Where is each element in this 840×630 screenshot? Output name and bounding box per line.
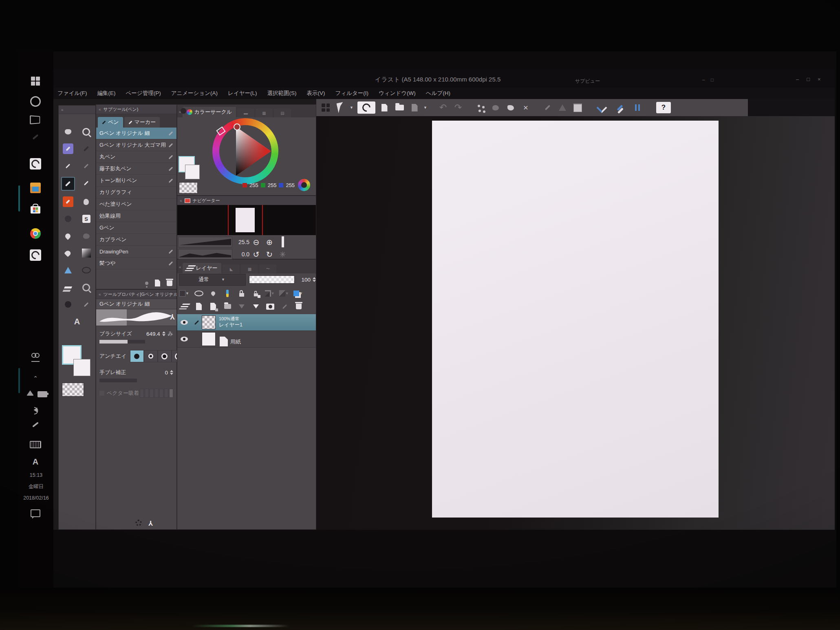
new-layer-folder-icon[interactable] (222, 301, 233, 312)
marker-tool-icon[interactable] (62, 196, 74, 208)
sub-color-swatch[interactable] (73, 359, 90, 376)
sv-selector[interactable] (234, 123, 240, 130)
subtool-item[interactable]: Gペン (96, 222, 176, 234)
redo-icon[interactable]: ↷ (452, 101, 464, 114)
sub-color-swatch[interactable] (185, 165, 200, 179)
pointer-dropdown-icon[interactable]: ▼ (350, 106, 355, 110)
draft-layer-icon[interactable] (208, 288, 218, 299)
subtool-item[interactable]: 丸ペン (96, 151, 176, 163)
reset-rotation-icon[interactable]: ✳ (276, 250, 289, 259)
menu-file[interactable]: ファイル(F) (57, 90, 87, 97)
action-center-icon[interactable] (31, 509, 40, 517)
workspace-grid-icon[interactable] (320, 101, 332, 114)
navigator-preview[interactable] (177, 205, 316, 235)
layer-color-icon[interactable]: ▼ (293, 288, 304, 299)
opacity-value[interactable]: 100 (298, 277, 311, 283)
selection-tool-icon[interactable] (62, 281, 74, 293)
tab-pen[interactable]: ペン (98, 117, 123, 128)
vector-pen-icon[interactable] (541, 101, 553, 114)
subtool-item[interactable]: Gペン オリジナル 大ゴマ用 (96, 139, 176, 151)
delete-layer-icon[interactable] (293, 301, 304, 312)
register-subtool-icon[interactable] (145, 282, 148, 285)
clear-icon[interactable] (505, 101, 517, 114)
wrench-icon[interactable]: Y (170, 312, 175, 321)
auto-select-tool-icon[interactable] (80, 281, 93, 293)
chrome-icon[interactable] (30, 228, 41, 239)
subtool-item[interactable]: 髪つや (96, 258, 176, 269)
tab-marker[interactable]: マーカー (124, 117, 160, 128)
new-subtool-icon[interactable] (155, 280, 160, 286)
network-icon[interactable] (26, 390, 34, 396)
menu-view[interactable]: 表示(V) (307, 90, 325, 97)
rotation-value[interactable]: 0.0 (232, 251, 249, 258)
lock-transparent-pixels-icon[interactable] (251, 288, 261, 299)
pen-app-icon[interactable] (32, 136, 39, 138)
opacity-slider[interactable] (249, 275, 295, 284)
text-tool-icon[interactable]: A (71, 315, 83, 328)
eraser-tool-icon[interactable] (62, 247, 74, 259)
subtool-item[interactable]: DrawingPen (96, 246, 176, 258)
object-pointer-icon[interactable] (335, 101, 347, 114)
opacity-spinner[interactable] (313, 277, 316, 282)
menu-window[interactable]: ウィンドウ(W) (379, 90, 416, 97)
layer-row[interactable]: 用紙 (177, 331, 316, 348)
eyedropper-tool-icon[interactable] (62, 160, 74, 172)
menu-animation[interactable]: アニメーション(A) (171, 90, 218, 97)
combine-mode-icon[interactable]: ▼ (179, 288, 190, 299)
volume-icon[interactable] (34, 408, 37, 412)
liquify-tool-icon[interactable] (80, 298, 93, 311)
subtool-item[interactable]: 効果線用 (96, 210, 176, 222)
lock-layer-icon[interactable] (222, 288, 233, 299)
transparent-color-swatch[interactable] (62, 383, 84, 397)
start-button-icon[interactable] (31, 77, 40, 86)
new-raster-layer-icon[interactable] (194, 301, 204, 312)
frame-border-tool-icon[interactable] (80, 264, 93, 276)
menu-layer[interactable]: レイヤー(L) (228, 90, 257, 97)
stabilization-spinner[interactable] (170, 370, 173, 375)
move-tool-icon[interactable] (80, 143, 93, 155)
tab-color-slider[interactable]: ▬ (237, 108, 254, 117)
layer-name[interactable]: 用紙 (230, 338, 241, 346)
menu-page-manage[interactable]: ページ管理(P) (126, 90, 161, 97)
minimize-button[interactable]: – (796, 76, 799, 82)
brush-size-dynamics-icon[interactable]: み (168, 330, 173, 337)
fit-to-window-icon[interactable] (276, 238, 289, 247)
tab-color-set[interactable]: ▦ (256, 108, 273, 117)
snap-to-grid-icon[interactable] (632, 101, 644, 114)
wrench-icon[interactable]: Y (148, 519, 153, 527)
microsoft-store-icon[interactable] (31, 206, 40, 214)
tab-color-circle[interactable]: カラーサークル (183, 107, 236, 117)
battery-icon[interactable] (37, 391, 47, 397)
layer-visibility-icon[interactable] (181, 320, 188, 325)
ruler-range-icon[interactable]: ▼ (279, 288, 290, 299)
invert-selection-icon[interactable] (489, 101, 502, 114)
snap-to-ruler-icon[interactable] (595, 101, 608, 114)
touch-keyboard-icon[interactable] (30, 441, 41, 448)
correct-line-tool-icon[interactable] (62, 298, 74, 311)
page-grid-icon[interactable] (571, 101, 584, 114)
antialias-weak-button[interactable] (144, 350, 158, 362)
zoom-slider[interactable] (178, 237, 232, 247)
menu-edit[interactable]: 編集(E) (97, 90, 116, 97)
hand-tool-icon[interactable] (62, 126, 74, 138)
hue-selector[interactable] (216, 126, 225, 136)
stabilization-slider[interactable] (99, 379, 137, 382)
layer-visibility-icon[interactable] (181, 337, 188, 341)
layer-thumbnail[interactable] (202, 315, 216, 329)
rotate-slider[interactable] (178, 249, 232, 260)
merge-down-icon[interactable] (251, 301, 261, 312)
rotate-left-icon[interactable]: ↺ (249, 250, 263, 259)
panel-collapse-icon[interactable]: « (180, 198, 182, 203)
subtool-item[interactable]: べた塗りペン (96, 198, 176, 210)
pen-settings-tray-icon[interactable] (32, 424, 39, 425)
layer-name[interactable]: レイヤー1 (219, 322, 243, 328)
clip-studio-paint-icon[interactable] (30, 158, 41, 170)
help-button[interactable]: ? (656, 102, 671, 113)
fill-tool-icon[interactable]: S (80, 213, 93, 225)
saturation-value-triangle[interactable] (236, 127, 271, 176)
people-tray-icon[interactable] (31, 356, 40, 362)
lock-icon[interactable] (236, 288, 247, 299)
brush-size-slider[interactable] (99, 340, 145, 344)
reference-layer-icon[interactable] (194, 288, 204, 299)
open-file-icon[interactable] (393, 101, 406, 114)
